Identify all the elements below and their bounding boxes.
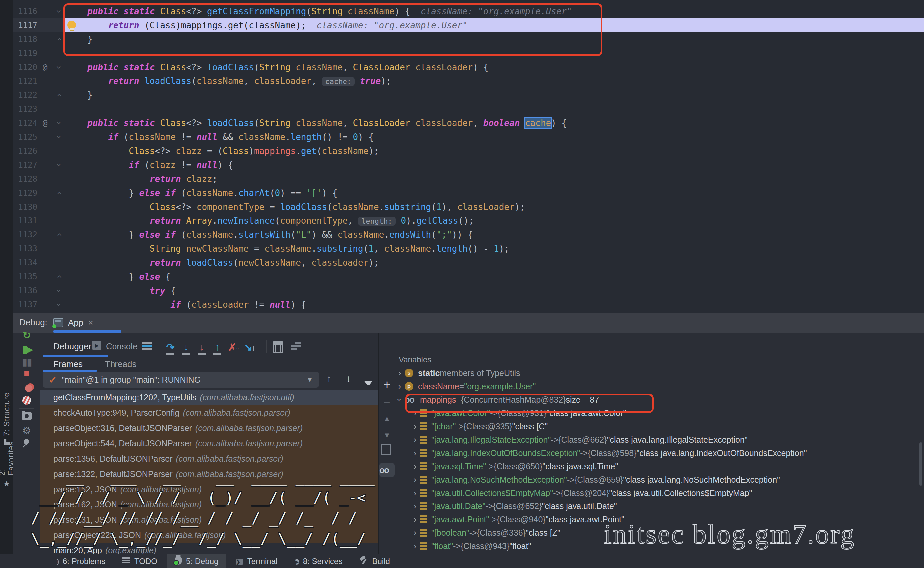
- fold-arrow-icon[interactable]: ›: [52, 189, 66, 197]
- chevron-right-icon[interactable]: ›: [410, 459, 420, 473]
- variable-row[interactable]: ›oomappings = {ConcurrentHashMap@832} si…: [395, 393, 924, 406]
- frame-up-button[interactable]: ↑: [326, 373, 331, 384]
- stop-icon[interactable]: ■: [14, 368, 39, 379]
- filter-funnel-icon[interactable]: [364, 376, 373, 388]
- chevron-right-icon[interactable]: ›: [410, 433, 420, 446]
- duplicate-icon[interactable]: [379, 446, 395, 458]
- chevron-right-icon[interactable]: ›: [410, 420, 420, 433]
- pin-icon[interactable]: [14, 437, 39, 449]
- code-line-1125[interactable]: 1125› if (className != null && className…: [13, 130, 924, 144]
- fold-arrow-icon[interactable]: ›: [52, 161, 66, 169]
- statusbar-item-terminal[interactable]: ❯_Terminal: [228, 554, 285, 568]
- thread-selector-dropdown[interactable]: ✓ "main"@1 in group "main": RUNNING ▼: [42, 372, 319, 388]
- chevron-right-icon[interactable]: ›: [410, 406, 420, 420]
- fold-arrow-icon[interactable]: ›: [52, 133, 66, 141]
- code-line-1122[interactable]: 1122›}: [13, 88, 924, 102]
- statusbar-item-build[interactable]: Build: [352, 554, 397, 568]
- code-line-1131[interactable]: 1131 return Array.newInstance(componentT…: [13, 214, 924, 228]
- statusbar-item-services[interactable]: ▶8: Services: [287, 554, 350, 568]
- intention-bulb-icon[interactable]: [67, 21, 76, 29]
- statusbar-item-debug[interactable]: 5: Debug: [167, 554, 226, 568]
- fold-arrow-icon[interactable]: ›: [52, 230, 66, 239]
- watches-glasses-icon[interactable]: oo: [379, 463, 395, 477]
- close-icon[interactable]: ×: [88, 317, 93, 328]
- code-line-1119[interactable]: 1119: [13, 46, 924, 60]
- code-line-1130[interactable]: 1130 Class<?> componentType = loadClass(…: [13, 200, 924, 214]
- debug-session-tab-app[interactable]: App ×: [53, 314, 93, 331]
- code-line-1135[interactable]: 1135› } else {: [13, 270, 924, 284]
- fold-arrow-icon[interactable]: ›: [52, 272, 66, 281]
- variable-row[interactable]: ›"java.lang.IllegalStateException" -> {C…: [410, 433, 924, 446]
- fold-arrow-icon[interactable]: ›: [52, 63, 66, 71]
- stack-frame-row[interactable]: checkAutoType:949, ParserConfig(com.alib…: [40, 405, 378, 420]
- code-line-1127[interactable]: 1127› if (clazz != null) {: [13, 158, 924, 172]
- layout-settings-icon[interactable]: [289, 341, 303, 353]
- code-line-1133[interactable]: 1133 String newClassName = className.sub…: [13, 242, 924, 256]
- code-line-1117[interactable]: 1117 return (Class)mappings.get(classNam…: [13, 18, 924, 32]
- code-line-1126[interactable]: 1126 Class<?> clazz = (Class)mappings.ge…: [13, 144, 924, 158]
- variable-row[interactable]: ›"java.lang.IndexOutOfBoundsException" -…: [410, 446, 924, 459]
- fold-arrow-icon[interactable]: ›: [52, 35, 66, 44]
- remove-watch-button[interactable]: −: [379, 396, 395, 409]
- statusbar-item-todo[interactable]: TODO: [115, 554, 165, 568]
- code-line-1121[interactable]: 1121 return loadClass(className, classLo…: [13, 74, 924, 88]
- step-out-icon[interactable]: ↑: [211, 341, 224, 352]
- stack-frame-row[interactable]: getClassFromMapping:1202, TypeUtils(com.…: [40, 390, 378, 405]
- variable-row[interactable]: ›"java.util.Date" -> {Class@652} "class …: [410, 500, 924, 513]
- chevron-right-icon[interactable]: ›: [410, 486, 420, 500]
- chevron-right-icon[interactable]: ›: [395, 367, 405, 380]
- stack-frame-row[interactable]: parse:1356, DefaultJSONParser(com.alibab…: [40, 451, 378, 466]
- variable-row[interactable]: ›"java.awt.Color" -> {Class@931} "class …: [410, 406, 924, 420]
- thread-dump-camera-icon[interactable]: [14, 411, 39, 422]
- code-line-1124[interactable]: 1124@›public static Class<?> loadClass(S…: [13, 116, 924, 130]
- code-line-1129[interactable]: 1129› } else if (className.charAt(0) == …: [13, 186, 924, 200]
- fold-arrow-icon[interactable]: ›: [52, 119, 66, 127]
- stack-frame-row[interactable]: parseObject:544, DefaultJSONParser(com.a…: [40, 436, 378, 451]
- settings-gear-icon[interactable]: ⚙: [14, 424, 39, 436]
- chevron-right-icon[interactable]: ›: [410, 526, 420, 539]
- fold-arrow-icon[interactable]: ›: [52, 300, 66, 309]
- chevron-right-icon[interactable]: ›: [410, 446, 420, 459]
- variable-row[interactable]: ›"[char" -> {Class@335} "class [C": [410, 420, 924, 433]
- code-line-1123[interactable]: 1123: [13, 102, 924, 116]
- code-line-1120[interactable]: 1120@›public static Class<?> loadClass(S…: [13, 60, 924, 74]
- code-line-1136[interactable]: 1136› try {: [13, 284, 924, 298]
- variable-row[interactable]: ›"java.lang.NoSuchMethodException" -> {C…: [410, 473, 924, 486]
- force-step-into-icon[interactable]: ↓: [195, 341, 208, 352]
- fold-arrow-icon[interactable]: ›: [52, 91, 66, 100]
- variable-row[interactable]: ›pclassName = "org.example.User": [395, 380, 924, 393]
- run-to-cursor-icon[interactable]: ↘I: [242, 341, 256, 353]
- fold-arrow-icon[interactable]: ›: [52, 286, 66, 295]
- drop-frame-icon[interactable]: ✗▫: [227, 341, 240, 353]
- tab-frames[interactable]: Frames: [53, 359, 83, 370]
- tab-threads[interactable]: Threads: [105, 359, 136, 370]
- show-execution-point-icon[interactable]: [141, 341, 154, 353]
- code-line-1116[interactable]: 1116›public static Class<?> getClassFrom…: [13, 5, 924, 18]
- code-line-1132[interactable]: 1132› } else if (className.startsWith("L…: [13, 228, 924, 242]
- statusbar-item-problems[interactable]: !6: Problems: [49, 554, 112, 568]
- view-breakpoints-icon[interactable]: [14, 383, 39, 394]
- code-line-1137[interactable]: 1137› if (classLoader != null) {: [13, 298, 924, 311]
- chevron-right-icon[interactable]: ›: [410, 513, 420, 526]
- code-line-1128[interactable]: 1128 return clazz;: [13, 172, 924, 186]
- sidebar-item-favorites[interactable]: 2: Favorites ★: [0, 438, 13, 488]
- variable-row[interactable]: ›sstatic members of TypeUtils: [395, 367, 924, 380]
- code-line-1118[interactable]: 1118›}: [13, 32, 924, 46]
- stack-frame-row[interactable]: parseObject:316, DefaultJSONParser(com.a…: [40, 420, 378, 436]
- mute-breakpoints-icon[interactable]: [14, 396, 39, 407]
- move-down-icon[interactable]: ▼: [379, 431, 395, 440]
- fold-arrow-icon[interactable]: ›: [52, 7, 66, 16]
- pause-icon[interactable]: ▮▮: [14, 356, 39, 368]
- chevron-right-icon[interactable]: ›: [410, 473, 420, 486]
- step-over-icon[interactable]: ↷: [164, 341, 177, 353]
- variables-scrollbar-thumb[interactable]: [919, 442, 922, 485]
- add-watch-button[interactable]: +: [379, 378, 395, 392]
- variable-row[interactable]: ›"java.util.Collections$EmptyMap" -> {Cl…: [410, 486, 924, 500]
- chevron-right-icon[interactable]: ›: [410, 539, 420, 552]
- move-up-icon[interactable]: ▲: [379, 414, 395, 423]
- frame-down-button[interactable]: ↓: [346, 373, 351, 384]
- step-into-icon[interactable]: ↓: [179, 341, 193, 352]
- variable-row[interactable]: ›"java.sql.Time" -> {Class@650} "class j…: [410, 459, 924, 473]
- chevron-right-icon[interactable]: ›: [410, 500, 420, 513]
- code-line-1115[interactable]: 1115: [13, 0, 924, 5]
